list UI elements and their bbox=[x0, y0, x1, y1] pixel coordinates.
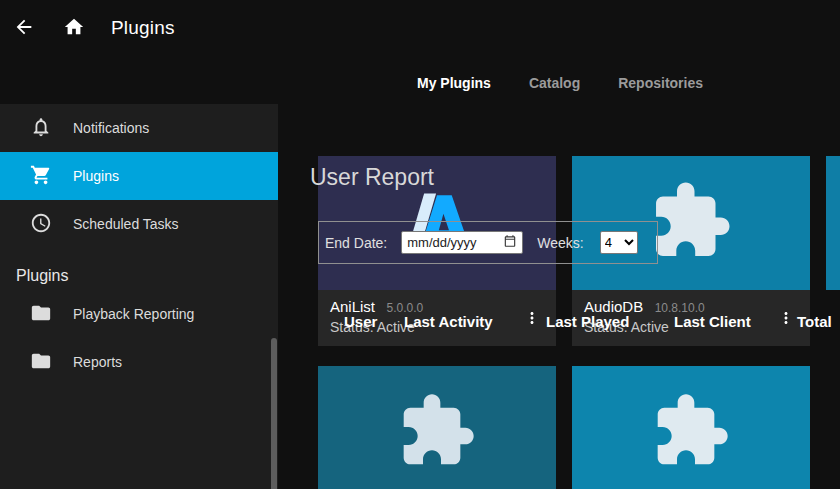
app-header: Plugins bbox=[0, 0, 840, 56]
col-header-user: User bbox=[344, 313, 377, 330]
col-header-last-played: Last Played bbox=[546, 313, 629, 330]
plugin-tabs: My Plugins Catalog Repositories bbox=[280, 68, 840, 98]
report-filter-form: End Date: mm/dd/yyyy Weeks: 4 bbox=[318, 221, 658, 264]
plugin-card-image bbox=[318, 366, 556, 489]
report-title: User Report bbox=[310, 164, 434, 191]
folder-icon bbox=[30, 302, 52, 327]
plugin-card-row2-left[interactable] bbox=[318, 366, 556, 489]
back-button[interactable] bbox=[11, 15, 37, 41]
page-title: Plugins bbox=[111, 17, 175, 39]
sidebar-section-title: Plugins bbox=[0, 264, 278, 288]
sidebar-item-notifications[interactable]: Notifications bbox=[0, 104, 278, 152]
sidebar-item-plugins[interactable]: Plugins bbox=[0, 152, 278, 200]
puzzle-icon bbox=[651, 391, 731, 475]
sidebar-item-label: Notifications bbox=[73, 120, 149, 136]
plugin-card-image bbox=[826, 156, 840, 290]
end-date-input[interactable]: mm/dd/yyyy bbox=[401, 231, 523, 254]
home-button[interactable] bbox=[61, 15, 87, 41]
plugin-card-row2-right[interactable] bbox=[572, 366, 810, 489]
arrow-left-icon bbox=[13, 16, 35, 41]
sidebar-item-playback-reporting[interactable]: Playback Reporting bbox=[0, 290, 278, 338]
sidebar-item-label: Reports bbox=[73, 354, 122, 370]
more-vert-icon[interactable] bbox=[776, 307, 796, 329]
more-vert-icon[interactable] bbox=[522, 307, 542, 329]
cart-icon bbox=[30, 164, 52, 189]
sidebar-item-scheduled-tasks[interactable]: Scheduled Tasks bbox=[0, 200, 278, 248]
weeks-select[interactable]: 4 bbox=[600, 231, 638, 254]
clock-icon bbox=[30, 212, 52, 237]
folder-icon bbox=[30, 350, 52, 375]
sidebar-item-reports[interactable]: Reports bbox=[0, 338, 278, 386]
end-date-label: End Date: bbox=[325, 235, 387, 251]
sidebar-scrollbar[interactable] bbox=[271, 338, 277, 489]
calendar-icon[interactable] bbox=[503, 234, 517, 251]
weeks-label: Weeks: bbox=[537, 235, 583, 251]
bell-icon bbox=[30, 116, 52, 141]
col-header-last-activity: Last Activity bbox=[404, 313, 493, 330]
tab-repositories[interactable]: Repositories bbox=[618, 75, 703, 91]
puzzle-icon bbox=[649, 179, 733, 267]
sidebar-item-label: Plugins bbox=[73, 168, 119, 184]
sidebar-item-label: Playback Reporting bbox=[73, 306, 194, 322]
jellyfin-dashboard: Plugins My Plugins Catalog Repositories … bbox=[0, 0, 840, 489]
sidebar-item-label: Scheduled Tasks bbox=[73, 216, 179, 232]
puzzle-icon bbox=[397, 391, 477, 475]
plugin-card-partial[interactable] bbox=[826, 156, 840, 290]
col-header-total: Total bbox=[797, 313, 832, 330]
date-value: mm/dd/yyyy bbox=[407, 235, 476, 250]
main-content: AniList 5.0.0.0 Status: Active AudioDB 1… bbox=[280, 104, 840, 489]
tab-catalog[interactable]: Catalog bbox=[529, 75, 580, 91]
plugin-card-image bbox=[572, 366, 810, 489]
col-header-last-client: Last Client bbox=[674, 313, 751, 330]
home-icon bbox=[63, 16, 85, 41]
sidebar: Notifications Plugins Scheduled Tasks Pl… bbox=[0, 104, 278, 489]
tab-my-plugins[interactable]: My Plugins bbox=[417, 75, 491, 91]
